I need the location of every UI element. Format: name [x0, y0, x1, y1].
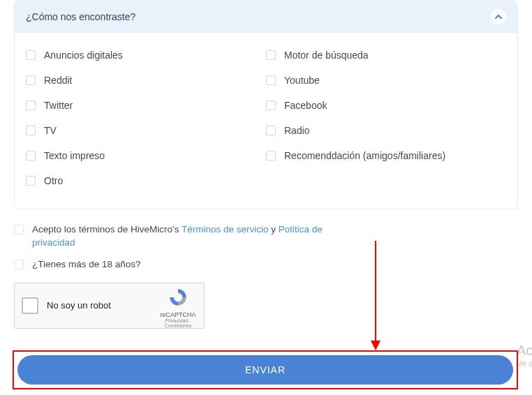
terms-join: y [268, 224, 278, 234]
option-label: TV [44, 125, 57, 136]
terms-prefix: Acepto los términos de HiveMicro's [32, 224, 182, 234]
panel-title: ¿Cómo nos encontraste? [26, 11, 135, 22]
collapse-button[interactable] [491, 9, 506, 24]
option-label: Motor de búsqueda [284, 50, 369, 61]
option-row: Recomenddación (amigos/familiares) [266, 150, 506, 161]
option-label: Reddit [44, 75, 72, 86]
age-row: ¿Tienes más de 18 años? [14, 258, 518, 271]
terms-row: Acepto los términos de HiveMicro's Térmi… [14, 223, 518, 250]
partial-line-1: Ac [517, 342, 532, 359]
option-label: Otro [44, 175, 63, 186]
recaptcha-branding: reCAPTCHA Privacidad - Condiciones [158, 288, 198, 328]
recaptcha-label: No soy un robot [47, 300, 111, 311]
panel-body: Anuncios digitales Reddit Twitter TV Tex… [15, 33, 517, 209]
option-checkbox[interactable] [26, 151, 36, 161]
terms-checkbox[interactable] [14, 225, 24, 234]
submit-button[interactable]: ENVIAR [17, 355, 513, 385]
option-label: Facebook [284, 100, 327, 111]
recaptcha-checkbox[interactable] [22, 297, 38, 314]
options-right-column: Motor de búsqueda Youtube Facebook Radio… [266, 50, 506, 186]
option-checkbox[interactable] [26, 100, 36, 110]
option-row: Otro [26, 175, 266, 186]
option-label: Youtube [284, 75, 320, 86]
panel-header: ¿Cómo nos encontraste? [15, 1, 517, 33]
option-checkbox[interactable] [266, 50, 276, 60]
option-checkbox[interactable] [266, 100, 276, 110]
option-label: Anuncios digitales [44, 50, 123, 61]
option-label: Recomenddación (amigos/familiares) [284, 150, 445, 161]
option-row: TV [26, 125, 266, 136]
partial-overlay-text: Ac Ve a [517, 342, 532, 368]
option-row: Youtube [266, 75, 506, 86]
how-found-panel: ¿Cómo nos encontraste? Anuncios digitale… [14, 0, 518, 209]
option-row: Reddit [26, 75, 266, 86]
option-row: Twitter [26, 100, 266, 111]
option-label: Radio [284, 125, 310, 136]
option-label: Twitter [44, 100, 73, 111]
terms-of-service-link[interactable]: Términos de servicio [182, 224, 269, 234]
option-row: Motor de búsqueda [266, 50, 506, 61]
option-checkbox[interactable] [266, 151, 276, 161]
option-checkbox[interactable] [26, 75, 36, 85]
option-checkbox[interactable] [266, 126, 276, 135]
options-left-column: Anuncios digitales Reddit Twitter TV Tex… [26, 50, 266, 186]
partial-line-2: Ve a [517, 359, 532, 368]
option-checkbox[interactable] [26, 126, 36, 135]
option-label: Texto impreso [44, 150, 105, 161]
submit-button-label: ENVIAR [245, 364, 286, 375]
recaptcha-brand: reCAPTCHA [158, 311, 198, 318]
option-checkbox[interactable] [26, 50, 36, 60]
submit-highlight-box: ENVIAR [13, 350, 518, 389]
option-row: Anuncios digitales [26, 50, 266, 61]
recaptcha-legal: Privacidad - Condiciones [158, 318, 198, 328]
recaptcha-widget: No soy un robot reCAPTCHA Privacidad - C… [14, 283, 205, 329]
option-row: Facebook [266, 100, 506, 111]
option-checkbox[interactable] [266, 75, 276, 85]
age-text: ¿Tienes más de 18 años? [32, 258, 141, 271]
consent-block: Acepto los términos de HiveMicro's Térmi… [14, 223, 518, 271]
chevron-up-icon [495, 13, 502, 20]
age-checkbox[interactable] [14, 260, 24, 269]
svg-marker-1 [371, 341, 380, 350]
option-checkbox[interactable] [26, 176, 36, 186]
option-row: Texto impreso [26, 150, 266, 161]
recaptcha-icon [168, 288, 188, 307]
terms-text: Acepto los términos de HiveMicro's Térmi… [32, 223, 325, 250]
option-row: Radio [266, 125, 506, 136]
